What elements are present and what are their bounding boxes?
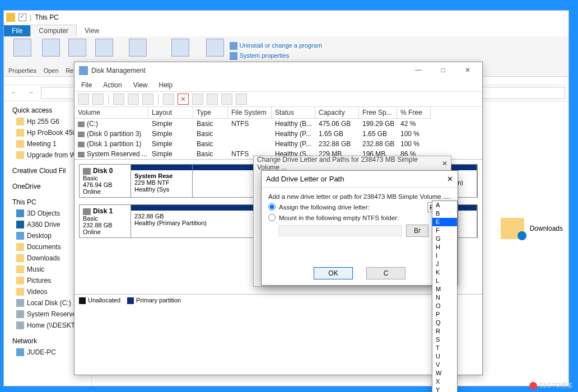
menu-view[interactable]: View <box>129 80 152 90</box>
letter-option[interactable]: J <box>432 260 457 268</box>
cdl-close-icon[interactable]: ✕ <box>442 160 448 167</box>
letter-option[interactable]: S <box>432 335 457 344</box>
letter-option[interactable]: L <box>432 277 457 285</box>
col-capacity[interactable]: Capacity <box>315 107 359 119</box>
ribbon-tabs: File Computer View <box>4 24 568 36</box>
tool-refresh-icon[interactable] <box>113 94 124 105</box>
minimize-button[interactable]: — <box>406 63 431 78</box>
window-title: This PC <box>35 13 59 21</box>
tool-back-icon[interactable] <box>78 94 89 105</box>
volume-row[interactable]: (Disk 0 partition 3)SimpleBasicHealthy (… <box>74 129 482 139</box>
letter-option[interactable]: B <box>432 209 457 218</box>
legend-primary: Primary partition <box>136 297 181 304</box>
col-volume[interactable]: Volume <box>74 107 148 119</box>
drive-letter-dropdown[interactable]: ABEFGHIJKLMNOPQRSTUVWXYZ <box>432 200 458 392</box>
tab-file[interactable]: File <box>4 25 30 36</box>
disk-0-label: Disk 0 Basic 476.94 GB Online <box>80 165 131 197</box>
ribbon-properties[interactable]: Properties <box>8 39 36 74</box>
adl-close-icon[interactable]: ✕ <box>447 175 453 183</box>
letter-option[interactable]: N <box>432 293 457 302</box>
adl-title-text: Add Drive Letter or Path <box>266 175 344 183</box>
letter-option[interactable]: H <box>432 243 457 251</box>
a360-icon <box>16 221 24 228</box>
explorer-icon <box>6 13 15 22</box>
letter-option[interactable]: Y <box>432 386 457 392</box>
menu-help[interactable]: Help <box>155 80 178 90</box>
videos-icon <box>16 288 24 296</box>
letter-option[interactable]: V <box>432 361 457 369</box>
letter-option[interactable]: R <box>432 327 457 335</box>
volume-list-header: Volume Layout Type File System Status Ca… <box>74 107 482 119</box>
tool-help-icon[interactable] <box>128 94 139 105</box>
drive-icon <box>16 310 24 318</box>
link-uninstall[interactable]: Uninstall or change a program <box>230 42 322 50</box>
maximize-button[interactable]: □ <box>431 63 455 78</box>
ribbon-open[interactable]: Open <box>42 39 60 74</box>
tab-view[interactable]: View <box>77 25 107 36</box>
col-filesystem[interactable]: File System <box>228 107 272 119</box>
dm-menubar: File Action View Help <box>74 79 482 91</box>
netdrive-icon <box>16 321 24 329</box>
folder-icon <box>16 118 24 125</box>
volume-list: Volume Layout Type File System Status Ca… <box>74 107 482 160</box>
letter-option[interactable]: F <box>432 226 457 235</box>
letter-option[interactable]: E <box>432 218 457 226</box>
letter-option[interactable]: Q <box>432 319 457 327</box>
tool-props-icon[interactable] <box>142 94 153 105</box>
volume-row[interactable]: (C:)SimpleBasicNTFSHealthy (B...475.06 G… <box>74 119 482 129</box>
letter-option[interactable]: P <box>432 310 457 319</box>
volume-row[interactable]: (Disk 1 partition 1)SimpleBasicHealthy (… <box>74 139 482 149</box>
tool-new-icon[interactable] <box>207 94 218 105</box>
close-button[interactable]: ✕ <box>455 63 480 78</box>
cdl-title-text: Change Drive Letter and Paths for 238473… <box>257 156 442 171</box>
col-pctfree[interactable]: % Free <box>397 107 431 119</box>
tab-computer[interactable]: Computer <box>30 25 77 36</box>
browse-button[interactable]: Br <box>406 225 428 237</box>
col-free[interactable]: Free Sp... <box>359 107 397 119</box>
col-layout[interactable]: Layout <box>148 107 193 119</box>
letter-option[interactable]: A <box>432 201 457 209</box>
letter-option[interactable]: K <box>432 268 457 277</box>
letter-option[interactable]: I <box>432 251 457 260</box>
legend-unallocated: Unallocated <box>88 297 120 304</box>
radio-mount[interactable] <box>268 214 276 221</box>
properties-icon <box>13 39 31 57</box>
downloads-folder-icon <box>501 218 524 239</box>
opt-assign-letter[interactable]: Assign the following drive letter: <box>268 203 451 211</box>
adl-cancel-button[interactable]: C <box>366 267 405 279</box>
tool-flag-icon[interactable] <box>163 94 174 105</box>
rename-icon <box>68 39 86 57</box>
col-type[interactable]: Type <box>193 107 228 119</box>
tool-list-icon[interactable] <box>236 94 247 105</box>
nav-back-button[interactable]: ← <box>7 86 21 100</box>
desktop-icon <box>16 232 24 240</box>
adl-ok-button[interactable]: OK <box>314 267 353 279</box>
letter-option[interactable]: W <box>432 369 457 377</box>
letter-option[interactable]: G <box>432 235 457 243</box>
folder-downloads[interactable]: Downloads <box>501 218 563 239</box>
disk0-partition-1[interactable]: System Rese229 MB NTFHealthy (Sys <box>131 165 193 197</box>
nav-fwd-button[interactable]: → <box>24 86 38 100</box>
tool-fwd-icon[interactable] <box>92 94 104 105</box>
cdl-titlebar: Change Drive Letter and Paths for 238473… <box>254 156 451 171</box>
col-status[interactable]: Status <box>272 107 315 119</box>
tool-delete-icon[interactable]: ✕ <box>178 94 189 105</box>
disk-1-label: Disk 1 Basic 232.88 GB Online <box>80 205 131 237</box>
folder-path-input[interactable] <box>278 225 402 236</box>
radio-assign[interactable] <box>268 203 276 211</box>
watermark: 51CTO博客 <box>529 381 574 390</box>
tool-check-icon[interactable] <box>192 94 203 105</box>
tool-misc-icon[interactable] <box>221 94 232 105</box>
objects-icon <box>16 209 24 217</box>
letter-option[interactable]: U <box>432 352 457 361</box>
qa-checkbox-icon[interactable] <box>18 13 26 21</box>
dm-icon <box>79 66 88 75</box>
menu-file[interactable]: File <box>77 80 96 90</box>
letter-option[interactable]: T <box>432 344 457 352</box>
menu-action[interactable]: Action <box>99 80 126 90</box>
letter-option[interactable]: O <box>432 302 457 310</box>
letter-option[interactable]: M <box>432 285 457 293</box>
letter-option[interactable]: X <box>432 377 457 386</box>
opt-mount-folder[interactable]: Mount in the following empty NTFS folder… <box>268 214 451 221</box>
link-system-properties[interactable]: System properties <box>230 52 322 60</box>
